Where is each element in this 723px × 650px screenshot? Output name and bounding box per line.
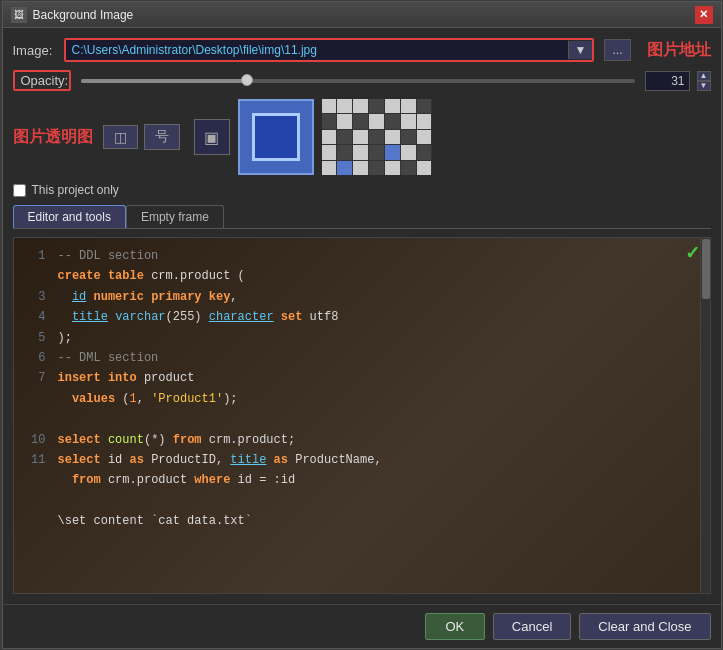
opacity-row: Opacity: ▲ ▼ — [13, 70, 711, 91]
cn-transparency-label: 图片透明图 — [13, 127, 93, 148]
pattern-cell — [417, 99, 432, 113]
pattern-cell — [417, 130, 432, 144]
pattern-cell — [322, 114, 337, 128]
code-line: from crm.product where id = :id — [58, 470, 698, 490]
tile-button[interactable]: ◫ — [103, 125, 138, 149]
code-editor[interactable]: -- DDL section create table crm.product … — [14, 238, 710, 593]
pattern-cell — [322, 161, 337, 175]
pattern-cell — [337, 161, 352, 175]
pattern-cell — [337, 99, 352, 113]
controls-row: 图片透明图 ◫ 号 ▣ — [13, 99, 711, 175]
editor-area[interactable]: ✓ 1 3 4 5 6 7 10 11 -- DDL section crea — [13, 237, 711, 594]
pattern-cell — [337, 130, 352, 144]
pattern-cell — [401, 145, 416, 159]
pattern-cell — [337, 145, 352, 159]
opacity-slider[interactable] — [81, 79, 635, 83]
code-line: \set content `cat data.txt` — [58, 511, 698, 531]
pattern-cell — [322, 99, 337, 113]
pattern-cell — [417, 161, 432, 175]
pattern-cell — [353, 99, 368, 113]
title-bar: 🖼 Background Image ✕ — [3, 2, 721, 28]
pattern-cell — [385, 114, 400, 128]
pattern-cell — [353, 145, 368, 159]
opacity-up-button[interactable]: ▲ — [697, 71, 711, 81]
pattern-cell — [322, 130, 337, 144]
dialog-content: Image: ▼ ... 图片地址 Opacity: ▲ ▼ 图片透明图 ◫ — [3, 28, 721, 604]
code-line: values (1, 'Product1'); — [58, 389, 698, 409]
pattern-cell — [337, 114, 352, 128]
code-line: create table crm.product ( — [58, 266, 698, 286]
code-line — [58, 409, 698, 429]
pattern-cell — [369, 99, 384, 113]
code-line: select count(*) from crm.product; — [58, 430, 698, 450]
opacity-down-button[interactable]: ▼ — [697, 81, 711, 91]
ok-button[interactable]: OK — [425, 613, 485, 640]
pattern-cell — [353, 161, 368, 175]
square-icon: ▣ — [194, 119, 230, 155]
checkbox-row: This project only — [13, 183, 711, 197]
close-button[interactable]: ✕ — [695, 6, 713, 24]
tabs-row: Editor and tools Empty frame — [13, 205, 711, 229]
image-path-input[interactable] — [66, 40, 568, 60]
stretch-button[interactable]: 号 — [144, 124, 180, 150]
pattern-cell — [369, 161, 384, 175]
code-line: select id as ProductID, title as Product… — [58, 450, 698, 470]
image-label: Image: — [13, 43, 58, 58]
code-line — [58, 491, 698, 511]
background-image-dialog: 🖼 Background Image ✕ Image: ▼ ... 图片地址 O… — [2, 1, 722, 649]
code-line: id numeric primary key, — [58, 287, 698, 307]
tab-editor-tools[interactable]: Editor and tools — [13, 205, 126, 228]
code-line: ); — [58, 328, 698, 348]
pattern-cell — [322, 145, 337, 159]
pattern-cell — [385, 161, 400, 175]
pattern-cell — [401, 130, 416, 144]
dialog-footer: OK Cancel Clear and Close — [3, 604, 721, 648]
pattern-cell — [417, 145, 432, 159]
pattern-cell — [401, 114, 416, 128]
pattern-cell — [401, 161, 416, 175]
pattern-cell — [353, 114, 368, 128]
blue-square-preview — [238, 99, 314, 175]
image-input-wrap: ▼ — [64, 38, 595, 62]
opacity-spinner: ▲ ▼ — [697, 71, 711, 91]
code-line: title varchar(255) character set utf8 — [58, 307, 698, 327]
cancel-button[interactable]: Cancel — [493, 613, 571, 640]
vertical-scrollbar[interactable] — [700, 238, 710, 593]
pattern-cell — [369, 114, 384, 128]
pattern-cell — [369, 145, 384, 159]
pattern-cell — [401, 99, 416, 113]
pattern-cell — [369, 130, 384, 144]
pattern-cell — [417, 114, 432, 128]
project-only-checkbox[interactable] — [13, 184, 26, 197]
code-line: -- DDL section — [58, 246, 698, 266]
pattern-cell — [353, 130, 368, 144]
pattern-preview — [322, 99, 432, 175]
preview-area: ▣ — [194, 99, 432, 175]
image-row: Image: ▼ ... 图片地址 — [13, 38, 711, 62]
project-only-label[interactable]: This project only — [32, 183, 119, 197]
scrollbar-thumb[interactable] — [702, 239, 710, 299]
pattern-cell — [385, 145, 400, 159]
blue-square-inner — [252, 113, 300, 161]
opacity-label: Opacity: — [13, 70, 71, 91]
clear-and-close-button[interactable]: Clear and Close — [579, 613, 710, 640]
dialog-icon: 🖼 — [11, 7, 27, 23]
tab-empty-frame[interactable]: Empty frame — [126, 205, 224, 228]
opacity-value-input[interactable] — [645, 71, 690, 91]
image-browse-button[interactable]: ... — [604, 39, 630, 61]
pattern-cell — [385, 99, 400, 113]
image-cn-label: 图片地址 — [647, 40, 711, 61]
code-line: insert into product — [58, 368, 698, 388]
dialog-title: Background Image — [33, 8, 695, 22]
pattern-cell — [385, 130, 400, 144]
image-dropdown-button[interactable]: ▼ — [568, 41, 593, 59]
code-line: -- DML section — [58, 348, 698, 368]
